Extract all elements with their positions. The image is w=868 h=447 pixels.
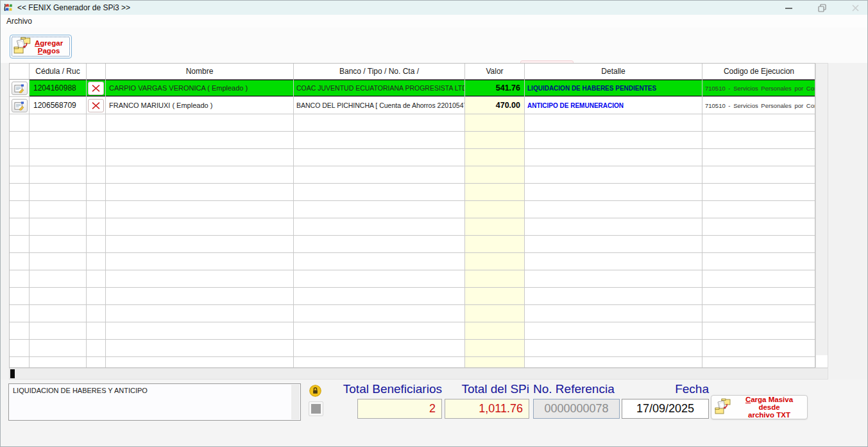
close-button[interactable] — [848, 2, 862, 13]
codigo-cell: 710510 - Servicios Personales por Contra… — [702, 80, 815, 97]
fecha-input[interactable]: 17/09/2025 — [622, 399, 709, 419]
nombre-cell: CARPIO VARGAS VERONICA ( Empleado ) — [106, 80, 294, 97]
detalle-cell — [525, 253, 702, 270]
detalle-cell — [525, 166, 702, 184]
delete-row-button[interactable] — [88, 82, 104, 95]
window-controls — [781, 1, 862, 15]
banco-cell: COAC JUVENTUD ECUATORIANA PROGRESISTA LT… — [294, 80, 465, 97]
delete-cell — [87, 270, 106, 288]
folder-payments-icon — [13, 36, 32, 57]
footer: LIQUIDACION DE HABERES Y ANTICIPO Total … — [1, 380, 867, 447]
valor-cell — [465, 288, 525, 305]
cedula-cell — [30, 132, 87, 149]
total-beneficiarios-value: 2 — [357, 399, 442, 419]
edit-cell — [10, 114, 30, 132]
delete-cell — [87, 253, 106, 270]
table-row[interactable]: 1206568709FRANCO MARIUXI ( Empleado )BAN… — [10, 97, 815, 114]
nombre-cell — [106, 305, 294, 322]
payments-table-body: 1204160988CARPIO VARGAS VERONICA ( Emple… — [10, 80, 815, 368]
banco-cell — [294, 357, 465, 368]
codigo-cell — [702, 288, 815, 305]
codigo-cell — [702, 236, 815, 253]
scrollbar-corner — [816, 355, 828, 367]
table-row-empty — [10, 132, 815, 149]
table-row-empty — [10, 114, 815, 132]
cedula-cell — [30, 184, 87, 201]
nombre-cell — [106, 166, 294, 184]
detalle-cell — [525, 132, 702, 149]
nombre-cell — [106, 149, 294, 166]
edit-cell — [10, 184, 30, 201]
banco-cell — [294, 340, 465, 357]
maximize-restore-button[interactable] — [815, 2, 829, 13]
cedula-cell: 1206568709 — [30, 97, 87, 114]
edit-row-button[interactable] — [12, 82, 28, 95]
valor-cell — [465, 149, 525, 166]
codigo-cell — [702, 340, 815, 357]
banco-cell — [294, 253, 465, 270]
horizontal-scrollbar[interactable] — [9, 368, 828, 380]
nombre-cell — [106, 201, 294, 218]
cedula-cell — [30, 114, 87, 132]
description-scrollbar[interactable] — [291, 385, 300, 419]
valor-cell — [465, 236, 525, 253]
delete-cell — [87, 218, 106, 236]
valor-cell — [465, 305, 525, 322]
detalle-cell — [525, 218, 702, 236]
table-row-empty — [10, 322, 815, 340]
lock-icon — [309, 385, 321, 397]
nombre-cell — [106, 357, 294, 368]
codigo-cell — [702, 149, 815, 166]
valor-cell — [465, 357, 525, 368]
delete-cell — [87, 357, 106, 368]
detalle-cell — [525, 114, 702, 132]
cedula-cell — [30, 236, 87, 253]
edit-row-button[interactable] — [12, 99, 28, 112]
delete-cell — [87, 340, 106, 357]
table-row-empty — [10, 288, 815, 305]
total-beneficiarios-label: Total Beneficiarios — [321, 382, 442, 398]
column-header-blank-2 — [87, 64, 106, 79]
detalle-cell — [525, 340, 702, 357]
delete-cell — [87, 132, 106, 149]
cedula-cell — [30, 218, 87, 236]
cedula-cell — [30, 340, 87, 357]
nombre-cell — [106, 340, 294, 357]
nombre-cell — [106, 288, 294, 305]
agregar-pagos-button[interactable]: Agregar Pagos — [10, 35, 72, 58]
table-row-empty — [10, 270, 815, 288]
banco-cell — [294, 132, 465, 149]
valor-cell — [465, 340, 525, 357]
nombre-cell — [106, 184, 294, 201]
total-spi-value: 1,011.76 — [445, 399, 529, 419]
valor-cell — [465, 201, 525, 218]
banco-cell — [294, 288, 465, 305]
gray-square-button[interactable] — [309, 401, 323, 416]
delete-row-button[interactable] — [88, 99, 104, 112]
valor-cell — [465, 184, 525, 201]
minimize-button[interactable] — [781, 2, 796, 13]
table-row-empty — [10, 236, 815, 253]
carga-masiva-button[interactable]: Carga Masiva desde archivo TXT — [711, 395, 808, 419]
table-row-empty — [10, 201, 815, 218]
codigo-cell — [702, 270, 815, 288]
codigo-cell — [702, 218, 815, 236]
table-row-empty — [10, 184, 815, 201]
vertical-scrollbar[interactable] — [815, 63, 828, 368]
edit-cell — [10, 288, 30, 305]
menu-archivo[interactable]: Archivo — [1, 17, 38, 26]
edit-cell — [10, 166, 30, 184]
description-textarea[interactable]: LIQUIDACION DE HABERES Y ANTICIPO — [8, 383, 301, 421]
banco-cell — [294, 114, 465, 132]
detalle-cell — [525, 270, 702, 288]
edit-cell — [10, 80, 30, 97]
horizontal-scrollbar-thumb[interactable] — [10, 369, 15, 378]
delete-cell — [87, 236, 106, 253]
edit-cell — [10, 218, 30, 236]
table-row[interactable]: 1204160988CARPIO VARGAS VERONICA ( Emple… — [10, 80, 815, 97]
table-row-empty — [10, 253, 815, 270]
cedula-cell — [30, 149, 87, 166]
referencia-label: No. Referencia — [533, 382, 629, 398]
table-row-empty — [10, 149, 815, 166]
window-title: << FENIX Generador de SPi3 >> — [17, 3, 130, 12]
